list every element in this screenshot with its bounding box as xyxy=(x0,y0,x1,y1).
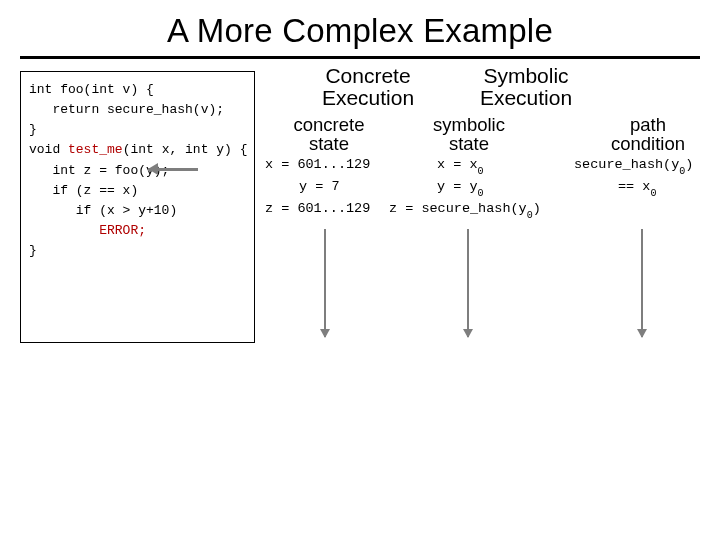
symbolic-value: x = x0 xyxy=(437,157,484,175)
text: x = x xyxy=(437,157,478,172)
code-error: ERROR; xyxy=(99,223,146,238)
path-condition-value: == x0 xyxy=(618,179,656,197)
current-line-arrow-icon xyxy=(148,163,208,175)
subscript: 0 xyxy=(527,210,533,221)
subscript: 0 xyxy=(650,188,656,199)
code-text xyxy=(29,223,99,238)
code-line: if (x > y+10) xyxy=(29,201,246,221)
down-arrow-icon xyxy=(467,229,469,337)
code-block: int foo(int v) { return secure_hash(v); … xyxy=(20,71,255,343)
subscript: 0 xyxy=(679,166,685,177)
text: ) xyxy=(533,201,541,216)
text: == x xyxy=(618,179,650,194)
code-text: (int x, int y) { xyxy=(123,142,248,157)
code-line: void test_me(int x, int y) { xyxy=(29,140,246,160)
down-arrow-icon xyxy=(641,229,643,337)
code-line: return secure_hash(v); xyxy=(29,100,246,120)
code-fn-name: test_me xyxy=(68,142,123,157)
text: ) xyxy=(685,157,693,172)
subheader-path-condition: path condition xyxy=(593,115,703,154)
symbolic-value: z = secure_hash(y0) xyxy=(389,201,541,219)
concrete-value: y = 7 xyxy=(299,179,340,194)
subheader-concrete-state: concrete state xyxy=(279,115,379,154)
text: z = secure_hash(y xyxy=(389,201,527,216)
concrete-value: z = 601...129 xyxy=(265,201,370,216)
down-arrow-icon xyxy=(324,229,326,337)
code-line: } xyxy=(29,241,246,261)
subscript: 0 xyxy=(478,166,484,177)
code-line: ERROR; xyxy=(29,221,246,241)
code-line: if (z == x) xyxy=(29,181,246,201)
execution-table: x = 601...129 x = x0 secure_hash(y0) y =… xyxy=(261,157,700,223)
code-line: int z = foo(y); xyxy=(29,161,246,181)
code-line: int foo(int v) { xyxy=(29,80,246,100)
subheader-symbolic-state: symbolic state xyxy=(419,115,519,154)
code-line: } xyxy=(29,120,246,140)
header-symbolic-execution: Symbolic Execution xyxy=(461,65,591,109)
symbolic-value: y = y0 xyxy=(437,179,484,197)
slide-title: A More Complex Example xyxy=(20,12,700,50)
path-condition-value: secure_hash(y0) xyxy=(574,157,693,175)
code-text: void xyxy=(29,142,68,157)
subscript: 0 xyxy=(478,188,484,199)
header-concrete-execution: Concrete Execution xyxy=(303,65,433,109)
title-rule xyxy=(20,56,700,59)
text: y = y xyxy=(437,179,478,194)
text: secure_hash(y xyxy=(574,157,679,172)
concrete-value: x = 601...129 xyxy=(265,157,370,172)
